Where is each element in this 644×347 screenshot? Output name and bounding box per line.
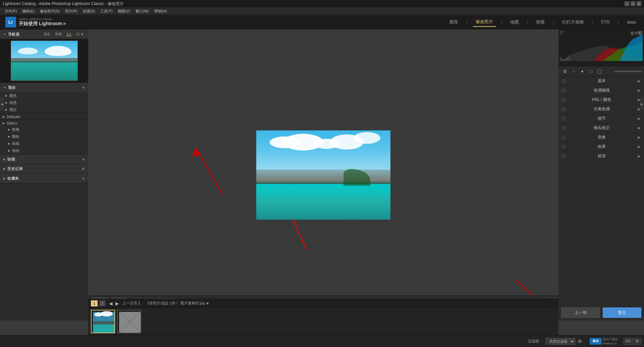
preset-grain[interactable]: ▶ 颗粒 — [0, 133, 88, 140]
nav-slideshow[interactable]: 幻灯片放映 — [559, 18, 587, 26]
preset-curves[interactable]: ▶ 曲线 — [0, 140, 88, 147]
rpi-calibration[interactable]: 校准 ▶ — [558, 152, 644, 161]
breadcrumb-filename-link[interactable]: 图片素材02.jpg — [180, 301, 205, 306]
rpi-effects[interactable]: 效果 ▶ — [558, 142, 644, 152]
defaults-item[interactable]: ▶ Defaults — [0, 114, 88, 120]
filmstrip-top-nav: 1 2 ◀ ▶ 上一次导入 2张照片/选定 1张 / 图片素材02.jpg ▼ — [88, 299, 558, 307]
prev-btn[interactable]: ◀ — [108, 301, 113, 306]
nav-web[interactable]: Web — [625, 18, 639, 26]
preset-bw[interactable]: ▶ 黑白 — [0, 106, 88, 113]
page-indicators: 1 2 — [91, 300, 106, 306]
rpi-transform-checkbox[interactable] — [562, 136, 565, 139]
rpi-detail-arrow: ▶ — [638, 117, 641, 120]
nav-divider-2: | — [501, 20, 502, 25]
zoom-fill[interactable]: 填满 — [54, 32, 63, 37]
zoom-custom[interactable]: 12 ▼ — [75, 32, 85, 37]
navigator-section: ▼ 导航器 适合 填满 1:1 12 ▼ — [0, 30, 88, 83]
preset-creative[interactable]: ▶ 创意 — [0, 99, 88, 106]
minimize-btn[interactable]: ─ — [625, 1, 629, 6]
menu-view[interactable]: 视图(V) — [116, 8, 132, 14]
rpi-tone-curve[interactable]: 色调曲线 ▶ — [558, 86, 644, 95]
menu-edit[interactable]: 编辑(E) — [20, 8, 37, 14]
menu-settings[interactable]: 设置(S) — [81, 8, 97, 14]
circle-outline-icon[interactable]: ◯ — [596, 68, 603, 75]
rpi-split-toning[interactable]: 分离色调 ▶ — [558, 105, 644, 114]
rpi-basic[interactable]: 基本 ▶ — [558, 76, 644, 86]
zoom-1-1[interactable]: 1:1 — [65, 32, 72, 37]
right-tool-slider[interactable] — [614, 71, 641, 72]
prev-photo-btn[interactable]: 上一张 — [561, 307, 600, 318]
preset-sharpen[interactable]: ▶ 锐化 — [0, 147, 88, 154]
snapshots-header[interactable]: ▶ 快照 + — [0, 155, 88, 164]
nav-arrows: ◀ ▶ — [108, 301, 120, 306]
filter-select[interactable]: 关闭过滤器 — [545, 338, 575, 345]
presets-section: ▼ 预设 + ▶ 颜色 ▶ 创意 ▶ 黑白 — [0, 83, 88, 114]
presets-header[interactable]: ▼ 预设 + — [0, 83, 88, 92]
rpi-effects-checkbox[interactable] — [562, 145, 565, 149]
collections-triangle: ▶ — [3, 177, 5, 180]
zoom-fit[interactable]: 适合 — [43, 32, 51, 37]
history-close-btn[interactable]: ✕ — [82, 167, 85, 171]
rpi-tone-curve-checkbox[interactable] — [562, 89, 565, 92]
nav-develop[interactable]: 修改照片 — [473, 17, 496, 27]
histogram-title: 直方图 — [630, 31, 641, 36]
collections-add-btn[interactable]: + — [82, 176, 85, 181]
history-header[interactable]: ▶ 历史记录 ✕ — [0, 164, 88, 173]
grid-tool-icon[interactable]: ⊞ — [561, 68, 569, 75]
rpi-lens-correction-checkbox[interactable] — [562, 126, 565, 130]
right-bottom-buttons: 上一张 复位 — [558, 305, 644, 321]
snapshots-add-btn[interactable]: + — [82, 157, 85, 162]
page-1-btn[interactable]: 1 — [91, 300, 98, 306]
circle-tool-icon[interactable]: ○ — [570, 68, 577, 75]
reset-btn[interactable]: 复位 — [603, 307, 642, 318]
collections-header[interactable]: ▶ 收藏夹 + — [0, 174, 88, 183]
close-btn[interactable]: ✕ — [637, 1, 641, 6]
left-collapse-tab[interactable]: ◀ — [0, 97, 4, 111]
navigator-header[interactable]: ▼ 导航器 适合 填满 1:1 12 ▼ — [0, 30, 88, 39]
rpi-lens-correction[interactable]: 镜头校正 ▶ — [558, 123, 644, 133]
top-nav-links: 图库 | 修改照片 | 地图 | 画册 | 幻灯片放映 | 打印 | Web — [447, 17, 639, 27]
nav-book[interactable]: 画册 — [533, 18, 547, 26]
filmstrip-thumb-1[interactable] — [91, 310, 115, 333]
rpi-detail[interactable]: 细节 ▶ — [558, 114, 644, 123]
preset-color[interactable]: ▶ 颜色 — [0, 92, 88, 99]
nav-map[interactable]: 地图 — [507, 18, 522, 26]
next-btn[interactable]: ▶ — [115, 301, 120, 306]
rpi-transform[interactable]: 变换 ▶ — [558, 133, 644, 142]
right-collapse-tab[interactable]: ▶ — [640, 97, 644, 111]
nav-print[interactable]: 打印 — [598, 18, 612, 26]
optics-item[interactable]: ▶ Optics — [0, 120, 88, 126]
menu-develop[interactable]: 修改照片(D) — [38, 8, 62, 14]
history-title: 历史记录 — [7, 166, 23, 171]
maximize-btn[interactable]: □ — [631, 1, 635, 6]
snapshots-section: ▶ 快照 + — [0, 155, 88, 164]
rpi-hsl[interactable]: HSL / 颜色 ▶ — [558, 95, 644, 105]
filmstrip-thumb-2[interactable] — [117, 310, 141, 333]
rpi-hsl-checkbox[interactable] — [562, 98, 565, 102]
page-2-btn[interactable]: 2 — [99, 300, 106, 306]
nav-library[interactable]: 图库 — [447, 18, 461, 26]
rpi-basic-checkbox[interactable] — [562, 79, 565, 83]
rpi-tone-curve-arrow: ▶ — [638, 89, 641, 92]
menu-tools[interactable]: 工具(T) — [98, 8, 114, 14]
rpi-effects-arrow: ▶ — [638, 145, 641, 149]
circle-filled-icon[interactable]: ● — [579, 68, 586, 75]
rpi-calibration-checkbox[interactable] — [562, 155, 565, 158]
rpi-split-toning-checkbox[interactable] — [562, 108, 565, 111]
preset-vignette[interactable]: ▶ 暗角 — [0, 126, 88, 133]
grain-label: 颗粒 — [12, 134, 19, 139]
optics-label: Optics — [7, 121, 17, 125]
title-bar: Lightroom Catalog - Adobe Photoshop Ligh… — [0, 0, 644, 7]
menu-window[interactable]: 窗口(W) — [133, 8, 151, 14]
lang-switch-btn[interactable]: EN ⌒ 简 — [624, 338, 641, 345]
filmstrip — [88, 307, 558, 335]
menu-file[interactable]: 文件(F) — [3, 8, 19, 14]
rpi-detail-checkbox[interactable] — [562, 117, 565, 120]
filter-label: 过滤器： — [528, 339, 543, 344]
menu-photo[interactable]: 照片(P) — [63, 8, 79, 14]
menu-help[interactable]: 帮助(H) — [152, 8, 169, 14]
watermark-logo-text: 极光 — [593, 339, 599, 343]
preset-creative-label: 创意 — [9, 100, 17, 105]
rect-tool-icon[interactable]: □ — [587, 68, 595, 75]
presets-add-btn[interactable]: + — [82, 85, 85, 90]
